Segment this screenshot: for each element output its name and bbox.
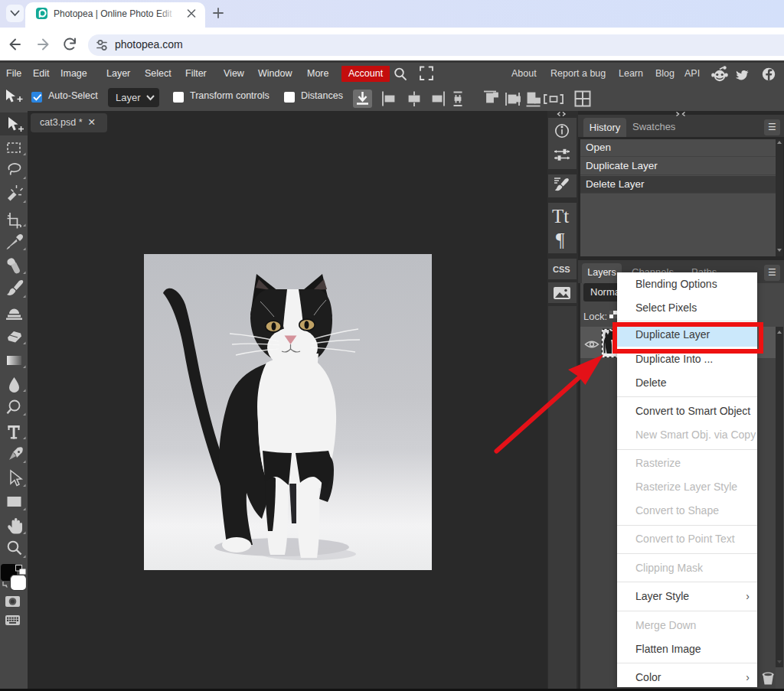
svg-text:Tt: Tt xyxy=(552,206,569,227)
svg-text:CSS: CSS xyxy=(553,265,570,274)
svg-text:¶: ¶ xyxy=(556,230,565,250)
